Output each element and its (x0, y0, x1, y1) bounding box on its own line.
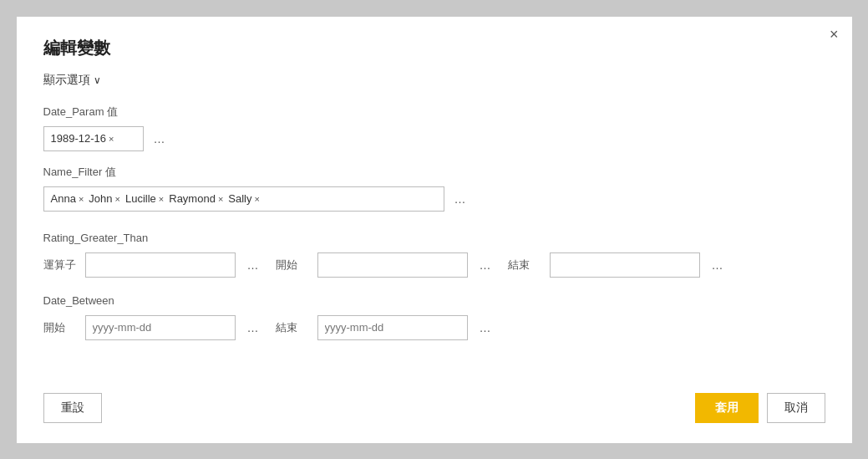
footer-action-buttons: 套用 取消 (695, 393, 825, 423)
date-between-section-label: Date_Between (43, 294, 825, 307)
tag-john-remove-icon[interactable]: × (115, 194, 120, 204)
rating-start-more-button[interactable]: … (476, 258, 495, 272)
tag-anna-label: Anna (51, 192, 76, 205)
date-between-fields-row: 開始 … 結束 … (43, 315, 825, 350)
date-between-start-input[interactable] (85, 315, 236, 340)
dialog-title: 編輯變數 (43, 37, 825, 59)
tag-raymond-label: Raymond (169, 192, 216, 205)
date-between-start-more-button[interactable]: … (244, 321, 262, 334)
date-between-end-input[interactable] (317, 315, 468, 340)
date-between-start-label: 開始 (43, 320, 77, 335)
rating-section-label: Rating_Greater_Than (43, 232, 825, 244)
operator-label: 運算子 (43, 258, 77, 273)
operator-more-button[interactable]: … (244, 258, 262, 272)
tag-sally-remove-icon[interactable]: × (255, 194, 260, 204)
rating-end-more-button[interactable]: … (708, 258, 727, 272)
rating-start-label: 開始 (276, 258, 309, 273)
tag-sally: Sally × (228, 192, 260, 205)
name-filter-input-box[interactable]: Anna × John × Lucille × Raymond × Sally … (43, 186, 444, 212)
operator-input[interactable] (85, 252, 236, 278)
date-between-end-field: 結束 … (276, 315, 495, 340)
tag-john: John × (89, 192, 120, 205)
tag-lucille: Lucille × (125, 192, 164, 205)
tag-sally-label: Sally (228, 192, 251, 205)
tag-john-label: John (89, 192, 112, 205)
rating-fields-row: 運算子 … 開始 … 結束 … (43, 252, 825, 288)
tag-raymond-remove-icon[interactable]: × (218, 194, 223, 204)
date-param-remove-icon[interactable]: × (109, 134, 114, 144)
rating-start-input[interactable] (317, 252, 468, 278)
name-filter-more-button[interactable]: … (451, 192, 470, 206)
rating-end-label: 結束 (508, 258, 541, 273)
show-options-label: 顯示選項 (43, 73, 90, 88)
tag-anna-remove-icon[interactable]: × (79, 194, 84, 204)
rating-end-input[interactable] (550, 252, 700, 278)
name-filter-row: Anna × John × Lucille × Raymond × Sally … (43, 186, 825, 212)
name-filter-label: Name_Filter 值 (43, 165, 825, 180)
rating-start-field: 開始 … (276, 252, 495, 278)
date-between-end-more-button[interactable]: … (476, 321, 495, 334)
date-param-label: Date_Param 值 (43, 105, 825, 120)
close-button[interactable]: × (830, 27, 839, 42)
reset-button[interactable]: 重設 (43, 393, 102, 423)
tag-anna: Anna × (51, 192, 84, 205)
operator-field: 運算子 … (43, 252, 262, 278)
tag-raymond: Raymond × (169, 192, 223, 205)
date-param-more-button[interactable]: … (150, 132, 169, 145)
date-between-end-label: 結束 (276, 320, 309, 335)
dialog-footer: 重設 套用 取消 (43, 373, 825, 423)
show-options-toggle[interactable]: 顯示選項 ∨ (43, 73, 825, 88)
cancel-button[interactable]: 取消 (767, 393, 825, 423)
chevron-down-icon: ∨ (94, 74, 101, 86)
apply-button[interactable]: 套用 (695, 393, 759, 423)
date-param-tag: 1989-12-16 × (51, 132, 114, 145)
date-param-value: 1989-12-16 (51, 132, 107, 145)
tag-lucille-label: Lucille (125, 192, 156, 205)
tag-lucille-remove-icon[interactable]: × (159, 194, 164, 204)
edit-variables-dialog: × 編輯變數 顯示選項 ∨ Date_Param 值 1989-12-16 × … (17, 17, 852, 443)
date-between-start-field: 開始 … (43, 315, 262, 340)
date-param-row: 1989-12-16 × … (43, 126, 825, 151)
date-param-input-box[interactable]: 1989-12-16 × (43, 126, 144, 151)
rating-end-field: 結束 … (508, 252, 727, 278)
